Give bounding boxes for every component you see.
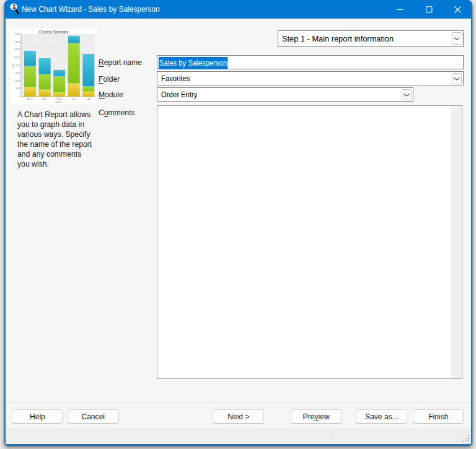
svg-text:Italy: Italy [72,98,76,100]
svg-text:25,000: 25,000 [15,80,20,82]
svg-text:USA: USA [87,98,90,100]
svg-text:0: 0 [19,95,20,98]
svg-text:150,000: 150,000 [14,41,20,43]
svg-text:100,000: 100,000 [14,56,20,59]
svg-text:Country: Country [55,101,62,103]
svg-text:France: France [56,98,63,100]
svg-text:10,000: 10,000 [15,87,20,90]
svg-text:75,000: 75,000 [15,64,20,67]
svg-text:50,000: 50,000 [15,72,20,74]
svg-text:Brazil: Brazil [42,98,47,100]
svg-text:125,000: 125,000 [14,48,20,51]
svg-text:Austria: Austria [27,98,33,100]
svg-text:175,000: 175,000 [14,33,20,35]
svg-text:Value: Value [12,63,14,68]
